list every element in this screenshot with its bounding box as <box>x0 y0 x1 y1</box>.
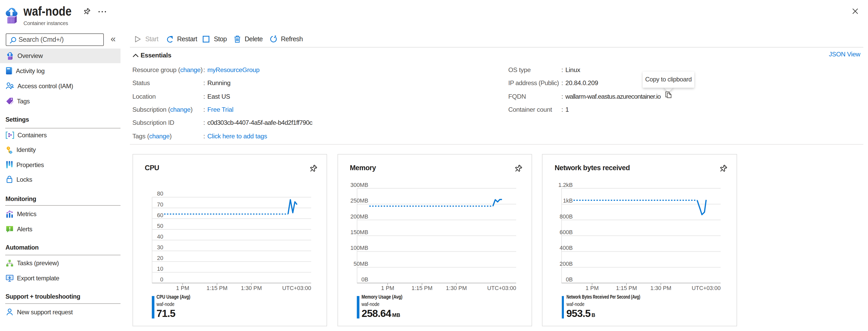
svg-text:0B: 0B <box>361 276 368 283</box>
svg-text:1kB: 1kB <box>563 198 573 204</box>
svg-text:1:30 PM: 1:30 PM <box>241 285 261 291</box>
svg-text:80: 80 <box>157 191 163 197</box>
svg-text:50: 50 <box>157 223 163 229</box>
svg-text:150MB: 150MB <box>350 229 368 236</box>
svg-text:1:15 PM: 1:15 PM <box>411 285 432 291</box>
svg-text:1:15 PM: 1:15 PM <box>206 285 227 291</box>
svg-text:600B: 600B <box>560 229 573 236</box>
svg-text:400B: 400B <box>560 245 573 251</box>
svg-text:200MB: 200MB <box>350 213 368 220</box>
svg-text:UTC+03:00: UTC+03:00 <box>692 285 721 291</box>
svg-text:50MB: 50MB <box>353 260 368 267</box>
svg-text:1:15 PM: 1:15 PM <box>616 285 637 291</box>
svg-text:1 PM: 1 PM <box>381 285 394 291</box>
svg-text:70: 70 <box>157 201 163 208</box>
svg-text:1 PM: 1 PM <box>586 285 598 291</box>
svg-text:UTC+03:00: UTC+03:00 <box>282 285 311 291</box>
svg-text:20: 20 <box>157 255 163 261</box>
svg-text:1:30 PM: 1:30 PM <box>446 285 467 291</box>
svg-text:60: 60 <box>157 212 163 219</box>
svg-text:UTC+03:00: UTC+03:00 <box>487 285 516 291</box>
svg-text:1:30 PM: 1:30 PM <box>650 285 671 291</box>
svg-text:200B: 200B <box>560 260 573 267</box>
svg-text:30: 30 <box>157 244 163 251</box>
svg-text:250MB: 250MB <box>350 198 368 204</box>
svg-text:300MB: 300MB <box>350 182 368 188</box>
svg-text:100MB: 100MB <box>350 245 368 251</box>
svg-text:40: 40 <box>157 233 163 240</box>
svg-text:0: 0 <box>160 276 163 283</box>
svg-text:1.2kB: 1.2kB <box>558 182 573 188</box>
svg-text:800B: 800B <box>560 213 573 220</box>
svg-text:0B: 0B <box>566 276 573 283</box>
svg-text:10: 10 <box>157 266 163 272</box>
svg-text:1 PM: 1 PM <box>176 285 189 291</box>
